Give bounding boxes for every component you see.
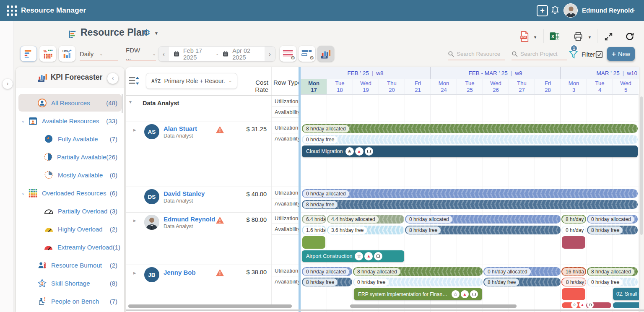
bar-settings-button[interactable]: ⚙ (299, 46, 315, 62)
availability-bar[interactable]: 0 hr/day free (353, 278, 483, 286)
status-square-icon[interactable] (587, 302, 594, 308)
calendar-profile-select[interactable]: FDW ... ⌄ (126, 47, 156, 61)
resource-name-link[interactable]: Edmund Reynold (164, 216, 215, 223)
print-options-chevron-down-icon[interactable]: ▼ (588, 35, 592, 39)
availability-bar[interactable]: 0 hr/day (561, 226, 586, 234)
utilization-bar[interactable]: 8 hr/day allocated (587, 267, 638, 276)
availability-bar[interactable]: 8 hr/day free (405, 226, 561, 234)
notifications-bell-icon[interactable] (550, 5, 560, 16)
search-project-input[interactable] (520, 51, 564, 57)
availability-bar[interactable]: 0 hr/day free (302, 135, 638, 144)
expand-resource-arrow[interactable]: ▸ (133, 270, 136, 276)
utilization-bar[interactable]: 8 hr/day allocated (353, 267, 483, 276)
status-square-icon[interactable] (365, 147, 373, 156)
date-to-field[interactable]: Apr 02 2025 (218, 47, 265, 61)
star-icon[interactable]: ☆ (571, 302, 578, 308)
previous-period-button[interactable]: ‹ (158, 47, 169, 61)
allocation-block-red[interactable] (562, 288, 585, 300)
warning-icon[interactable] (216, 268, 224, 278)
warning-icon[interactable] (216, 216, 224, 226)
chevron-down-icon[interactable]: ⌄ (18, 190, 28, 196)
sidebar-item-resource-burnout[interactable]: Resource Burnout (2) (18, 256, 122, 274)
user-menu-chevron-down-icon[interactable]: ⌄ (631, 6, 636, 13)
user-avatar[interactable] (564, 3, 578, 18)
utilization-bar[interactable]: 8 hr/day (561, 215, 586, 224)
sidebar-item-partially-available[interactable]: Partially Available (26) (18, 148, 122, 166)
availability-bar[interactable]: 8 hr/day free (483, 278, 561, 286)
sort-order-icon[interactable] (128, 75, 140, 88)
sidebar-item-fully-available[interactable]: Fully Available (7) (18, 130, 122, 148)
utilization-bar[interactable]: 0 hr/day allocated (587, 215, 638, 224)
utilization-bar-overload[interactable]: 16 hr/da (561, 267, 586, 276)
project-bar-airport-construction[interactable]: Airport Construction ☆▲ (302, 250, 404, 262)
expand-resource-arrow[interactable]: ▸ (133, 127, 136, 133)
allocation-block-maroon[interactable] (562, 236, 585, 249)
availability-bar[interactable]: 8 hr/day free (587, 226, 638, 234)
priority-triangle-icon[interactable]: ▲ (579, 302, 586, 308)
utilization-bar[interactable]: 0 hr/day allocated (483, 267, 561, 276)
view-hours-button[interactable]: Hrs (59, 46, 75, 62)
sidebar-item-available-resources[interactable]: ⌄ Available Resources (33) (18, 112, 122, 130)
export-excel-icon[interactable]: X (549, 31, 560, 43)
utilization-bar[interactable]: 6.4 hr/da (302, 215, 326, 224)
fullscreen-icon[interactable] (604, 32, 613, 43)
project-bar-small-cell[interactable]: 02. Small Ce (613, 288, 639, 300)
avatar-edmund-reynold[interactable] (144, 215, 159, 230)
resource-name-link[interactable]: David Stanley (164, 190, 205, 197)
view-plan-button[interactable] (20, 46, 37, 62)
sidebar-item-extremely-overload[interactable]: Extreamly Overload (1) (18, 238, 122, 256)
search-resource-input[interactable] (457, 51, 501, 57)
quick-add-button[interactable]: + (537, 5, 548, 16)
star-icon[interactable]: ☆ (355, 252, 363, 260)
avatar-alan-stuart[interactable]: AS (144, 124, 159, 139)
sidebar-scrollbar[interactable] (122, 94, 123, 113)
availability-bar[interactable]: 8 hr/day free (302, 278, 352, 286)
print-icon[interactable] (573, 31, 584, 44)
resource-name-link[interactable]: Jenny Bob (164, 269, 196, 276)
priority-triangle-icon[interactable]: ▲ (355, 147, 364, 156)
project-bar-erp-implementation[interactable]: ERP system implementation for Financial.… (354, 288, 482, 300)
next-period-button[interactable]: › (265, 47, 275, 61)
timeline-horizontal-scrollbar[interactable] (350, 304, 517, 308)
date-from-field[interactable]: Feb 17 2025 (169, 47, 216, 61)
filter-label[interactable]: Filter (582, 51, 595, 58)
star-icon[interactable]: ★ (345, 147, 354, 156)
plan-menu-chevron-down-icon[interactable]: ▼ (154, 31, 158, 36)
export-pdf-icon[interactable]: PDF (519, 31, 530, 44)
grid-horizontal-scrollbar[interactable] (128, 304, 292, 308)
status-square-icon[interactable] (470, 290, 478, 298)
sidebar-item-mostly-available[interactable]: Mostly Available (0) (18, 166, 122, 184)
expand-resource-arrow[interactable]: ▸ (133, 217, 136, 224)
availability-bar[interactable]: 1.6 hr/da (302, 226, 326, 234)
sidebar-item-all-resources[interactable]: All Resources (48) (18, 94, 122, 112)
availability-bar-overload[interactable]: 8 hr/day (561, 278, 586, 286)
plan-settings-gear-icon[interactable]: ⚙ (143, 28, 151, 38)
app-launcher-icon[interactable] (7, 5, 18, 16)
avatar-jenny-bob[interactable]: JB (144, 267, 159, 282)
sidebar-item-people-on-bench[interactable]: ! People on Bench (7) (18, 292, 122, 310)
status-square-icon[interactable] (374, 252, 382, 260)
project-bar-cloud-migration[interactable]: Cloud Migration ★▲ (302, 146, 638, 157)
user-name[interactable]: Edmund Reynold (582, 7, 634, 14)
sidebar-item-overloaded-resources[interactable]: ⌄ Overloaded Resources (6) (18, 184, 122, 202)
sidebar-item-partially-overload[interactable]: Partially Overload (3) (18, 202, 122, 220)
project-bar-partial[interactable] (613, 302, 639, 308)
collapse-panel-button[interactable]: ‹ (107, 73, 118, 84)
utilization-bar[interactable]: 0 hr/day allocated (302, 267, 352, 276)
allocation-block-green[interactable] (302, 236, 325, 249)
priority-triangle-icon[interactable]: ▲ (461, 290, 469, 298)
vertical-scrollbar[interactable] (640, 96, 643, 235)
view-heatmap-percent-button[interactable]: % (39, 46, 56, 62)
utilization-bar[interactable]: 0 hr/day allocated (405, 215, 561, 224)
availability-bar[interactable]: 0 hr/day free (587, 278, 638, 286)
saved-views-checklist-icon[interactable] (595, 50, 604, 61)
sidebar-item-highly-overload[interactable]: Highly Overload (2) (18, 220, 122, 238)
utilization-bar[interactable]: 4.4 hr/day allocated (327, 215, 404, 224)
resource-name-link[interactable]: Alan Stuart (164, 125, 197, 132)
sidebar-item-skill-shortage[interactable]: Skill Shortage (8) (18, 274, 122, 292)
priority-triangle-icon[interactable]: ▲ (364, 252, 373, 260)
granularity-select[interactable]: Daily ⌄ (80, 47, 118, 61)
star-icon[interactable]: ☆ (452, 290, 460, 298)
collapse-group-triangle[interactable]: ▾ (129, 99, 132, 105)
refresh-icon[interactable] (625, 31, 635, 43)
